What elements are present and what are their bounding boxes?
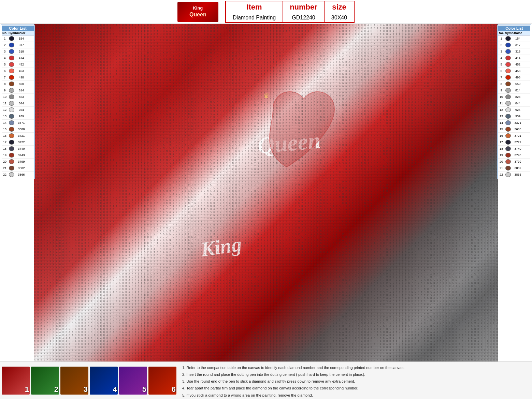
cl-swatch-1 <box>8 35 15 42</box>
swatch-circle-15 <box>505 127 511 132</box>
cl-header-right: No. Symbol Color <box>498 31 530 35</box>
cl-code-14: 3371 <box>512 121 524 125</box>
swatch-circle-5 <box>505 62 511 67</box>
cl-num-5: 5 <box>2 62 8 66</box>
cl-swatch-13 <box>8 113 15 119</box>
cl-num-3: 3 <box>2 49 8 54</box>
thumbnail-3: 3 <box>60 367 88 395</box>
swatch-circle-9 <box>505 88 511 93</box>
cl-num-16: 16 <box>498 134 504 138</box>
swatch-circle-11 <box>505 101 511 106</box>
cl-row-1: 1 154 <box>498 35 530 42</box>
cl-num-8: 8 <box>2 82 8 86</box>
cl-code-10: 823 <box>15 95 27 99</box>
cl-code-3: 318 <box>15 49 27 54</box>
cl-swatch-22 <box>8 172 15 178</box>
cl-swatch-15 <box>8 126 15 132</box>
cl-code-5: 452 <box>15 62 27 66</box>
cl-num-11: 11 <box>2 101 8 105</box>
swatch-circle-8 <box>9 82 14 86</box>
cl-swatch-14 <box>8 120 15 126</box>
cl-swatch-9 <box>504 87 512 93</box>
cl-code-22: 3866 <box>15 173 27 177</box>
cl-code-6: 453 <box>15 69 27 73</box>
swatch-circle-3 <box>505 49 511 54</box>
cl-row-8: 8 550 <box>2 81 34 87</box>
color-list-right: Color List No. Symbol Color 1 154 2 317 … <box>497 25 531 179</box>
logo-queen: Queen <box>189 11 206 18</box>
cl-swatch-4 <box>8 55 15 61</box>
cl-code-21: 3802 <box>512 166 524 170</box>
thumb-bg-1: 1 <box>2 367 30 395</box>
cl-swatch-10 <box>8 94 15 100</box>
swatch-circle-7 <box>9 75 14 80</box>
cl-num-10: 10 <box>498 95 504 99</box>
cl-num-10: 10 <box>2 95 8 99</box>
swatch-circle-19 <box>505 153 511 158</box>
cl-code-19: 3743 <box>15 153 27 157</box>
cl-row-21: 21 3802 <box>2 165 34 172</box>
cl-row-12: 12 924 <box>498 107 530 113</box>
swatch-circle-22 <box>505 172 511 177</box>
swatch-circle-1 <box>9 36 14 41</box>
cl-row-19: 19 3743 <box>498 152 530 159</box>
cl-num-16: 16 <box>2 134 8 138</box>
thumbnail-4: 4 <box>90 367 118 395</box>
cl-no-header-r: No. <box>498 31 504 35</box>
instructions-panel: 1. Refer to the comparison table on the … <box>178 362 532 399</box>
cl-swatch-3 <box>8 48 15 55</box>
cl-swatch-11 <box>8 100 15 106</box>
color-list-left: Color List No. Symbol Color 1 154 2 317 … <box>1 25 35 179</box>
cl-row-8: 8 550 <box>498 81 530 87</box>
cl-code-21: 3802 <box>15 166 27 170</box>
cl-color-header: Color <box>15 31 27 35</box>
cl-num-7: 7 <box>2 75 8 79</box>
cl-code-18: 3740 <box>512 147 524 151</box>
thumb-num-5: 5 <box>142 384 147 395</box>
cl-num-19: 19 <box>498 153 504 157</box>
thumb-bg-6: 6 <box>148 367 176 395</box>
cl-header-left: No. Symbol Color <box>2 31 34 35</box>
cl-num-21: 21 <box>498 166 504 170</box>
color-list-title-right: Color List <box>498 26 530 31</box>
cl-num-22: 22 <box>498 173 504 177</box>
cl-code-4: 414 <box>512 56 524 60</box>
cl-code-18: 3740 <box>15 147 27 151</box>
cl-code-8: 550 <box>15 82 27 86</box>
thumb-bg-3: 3 <box>60 367 88 395</box>
cl-num-15: 15 <box>2 127 8 131</box>
cl-swatch-16 <box>8 133 15 139</box>
cl-swatch-17 <box>504 139 512 145</box>
item-label: Item <box>226 1 283 13</box>
thumb-num-4: 4 <box>112 384 118 395</box>
cl-num-17: 17 <box>2 140 8 144</box>
cl-num-19: 19 <box>2 153 8 157</box>
thumb-bg-2: 2 <box>31 367 59 395</box>
dp-grid-overlay <box>34 24 498 361</box>
cl-num-3: 3 <box>498 49 504 54</box>
cl-num-15: 15 <box>498 127 504 131</box>
cl-code-13: 939 <box>512 114 524 118</box>
cl-code-7: 498 <box>15 75 27 79</box>
cl-code-4: 414 <box>15 56 27 60</box>
cl-swatch-1 <box>504 35 512 42</box>
thumb-num-3: 3 <box>83 384 88 395</box>
swatch-circle-4 <box>9 56 14 60</box>
swatch-circle-13 <box>505 114 511 119</box>
thumbnail-2: 2 <box>31 367 59 395</box>
cl-num-2: 2 <box>2 43 8 47</box>
cl-row-6: 6 453 <box>2 68 34 74</box>
cl-num-5: 5 <box>498 62 504 66</box>
logo-text: King Queen <box>189 5 206 18</box>
cl-code-15: 3688 <box>15 127 27 131</box>
cl-num-12: 12 <box>2 108 8 112</box>
instruction-2: 2. Insert the round and place the dottin… <box>182 371 528 378</box>
logo-image: King Queen <box>177 2 218 22</box>
cl-swatch-17 <box>8 139 15 145</box>
swatch-circle-19 <box>9 153 14 158</box>
cl-swatch-14 <box>504 120 512 126</box>
cl-num-6: 6 <box>498 69 504 73</box>
cl-code-20: 3799 <box>512 160 524 164</box>
cl-row-16: 16 3721 <box>498 133 530 139</box>
swatch-circle-18 <box>505 146 511 151</box>
